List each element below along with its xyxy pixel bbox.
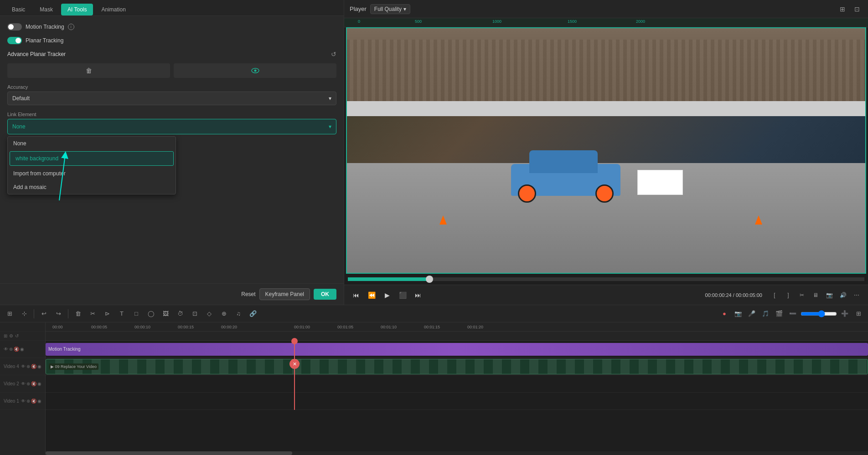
motion-tracking-row: Motion Tracking i (7, 23, 336, 31)
refresh-track-icon[interactable]: ↺ (15, 333, 19, 338)
link-element-dropdown-trigger[interactable]: None ▾ (7, 119, 336, 134)
zoom-slider[interactable] (801, 310, 837, 317)
player-label: Player (350, 5, 367, 12)
link-element-section: None ▾ None white background Import from… (7, 119, 336, 134)
dropdown-item-import[interactable]: Import from computer (8, 167, 176, 180)
tl-diamond-btn[interactable]: ◇ (203, 308, 215, 320)
tl-grid-btn[interactable]: ⊞ (852, 308, 864, 320)
eye-icon-v4-overlay[interactable]: 👁 (4, 347, 8, 352)
quality-select[interactable]: Full Quality ▾ (370, 4, 410, 14)
mute-icon-v4-overlay[interactable]: 🔇 (14, 347, 19, 352)
timeline-handle[interactable] (426, 276, 433, 283)
tab-animation[interactable]: Animation (95, 4, 132, 15)
tl-timer-btn[interactable]: ⏱ (174, 308, 186, 320)
visible-icon-v1[interactable]: ◉ (37, 399, 41, 404)
tl-redo-btn[interactable]: ↪ (52, 308, 64, 320)
screenshot-btn[interactable]: 📷 (823, 289, 835, 301)
tl-delete-btn[interactable]: 🗑 (72, 308, 84, 320)
panel-bottom-buttons: Reset Keyframe Panel OK (0, 283, 344, 305)
car-wheel-left (518, 184, 536, 203)
tracker-delete-btn[interactable]: 🗑 (7, 63, 170, 78)
timeline-toolbar: ⊞ ⊹ ↩ ↪ 🗑 ✂ ⊳ T □ ◯ 🖼 ⏱ ⊡ ◇ ⊕ ♫ 🔗 ● 📷 🎤 … (0, 305, 868, 322)
tab-mask[interactable]: Mask (33, 4, 59, 15)
tl-undo-btn[interactable]: ↩ (38, 308, 50, 320)
player-timeline[interactable] (348, 277, 864, 281)
more-btn[interactable]: ⋯ (851, 289, 863, 301)
add-icon-v4-overlay[interactable]: ⊕ (9, 347, 13, 352)
dropdown-item-white-background[interactable]: white background (10, 151, 174, 166)
link-element-chevron-icon: ▾ (329, 123, 331, 130)
play-btn[interactable]: ▶ (381, 289, 393, 302)
tl-zoom-in-btn[interactable]: ➕ (839, 308, 851, 320)
quality-value: Full Quality (374, 6, 402, 12)
frame-back-btn[interactable]: ⏪ (365, 289, 378, 302)
accuracy-select[interactable]: Default ▾ (7, 92, 336, 105)
tracker-reset-icon[interactable]: ↺ (331, 51, 336, 58)
tl-split-btn[interactable]: ⊳ (101, 308, 113, 320)
tl-shape-btn[interactable]: □ (130, 308, 142, 320)
dropdown-item-mosaic[interactable]: Add a mosaic (8, 180, 176, 194)
mute-icon-v1[interactable]: 🔇 (31, 399, 36, 404)
bracket-left-btn[interactable]: [ (769, 289, 780, 301)
tl-camera-btn[interactable]: 📷 (732, 308, 744, 320)
playhead[interactable]: ✕ (294, 341, 295, 410)
ok-button[interactable]: OK (314, 289, 336, 300)
tracker-view-btn[interactable] (174, 63, 336, 78)
clip-white-background[interactable]: Motion Tracking (46, 343, 868, 356)
motion-tracking-toggle[interactable] (7, 23, 22, 31)
track-icons-v2: 👁 ⊕ 🔇 ◉ (21, 381, 41, 386)
add-icon-v4[interactable]: ⊕ (26, 364, 30, 369)
player-layout-icon[interactable]: ⊞ (837, 4, 848, 15)
tl-record-btn[interactable]: ● (718, 308, 730, 320)
tl-select-btn[interactable]: ⊹ (18, 308, 30, 320)
clip-replace-video[interactable]: ▶ 09 Replace Your Video (46, 359, 868, 374)
mute-icon-v4[interactable]: 🔇 (31, 364, 36, 369)
add-icon-v2[interactable]: ⊕ (26, 381, 30, 386)
mute-icon-v2[interactable]: 🔇 (31, 381, 36, 386)
planar-tracking-toggle[interactable] (7, 37, 22, 44)
crop-btn[interactable]: ✂ (796, 289, 808, 301)
tl-audio2-btn[interactable]: 🎵 (760, 308, 771, 320)
tl-img-btn[interactable]: 🖼 (160, 308, 171, 320)
visible-icon-v2[interactable]: ◉ (37, 381, 41, 386)
track-name-v2: Video 2 (4, 381, 19, 386)
motion-tracking-info-icon[interactable]: i (68, 24, 74, 30)
tl-pan-btn[interactable]: ⊕ (218, 308, 230, 320)
settings-track-icon[interactable]: ⚙ (9, 333, 13, 338)
player-popout-icon[interactable]: ⊡ (852, 4, 863, 15)
eye-icon-v4[interactable]: 👁 (21, 364, 26, 369)
tab-basic[interactable]: Basic (5, 4, 31, 15)
visible-icon-v4[interactable]: ◉ (37, 364, 41, 369)
timeline-scrollbar[interactable] (46, 451, 868, 455)
tl-resize-btn[interactable]: ⊡ (189, 308, 201, 320)
eye-icon-v2[interactable]: 👁 (21, 381, 26, 386)
skip-fwd-btn[interactable]: ⏭ (412, 289, 424, 302)
skip-back-btn[interactable]: ⏮ (350, 289, 362, 302)
add-icon-v1[interactable]: ⊕ (26, 399, 30, 404)
track-name-v4: Video 4 (4, 364, 19, 369)
tl-mode-btn[interactable]: ⊞ (4, 308, 16, 320)
player-header-icons: ⊞ ⊡ (837, 4, 863, 15)
reset-button[interactable]: Reset (241, 291, 255, 297)
visible-icon-v4-overlay[interactable]: ◉ (20, 347, 24, 352)
volume-btn[interactable]: 🔊 (837, 289, 849, 301)
eye-icon-v1[interactable]: 👁 (21, 399, 26, 404)
bracket-right-btn[interactable]: ] (782, 289, 794, 301)
tl-video-btn[interactable]: 🎬 (773, 308, 785, 320)
keyframe-panel-button[interactable]: Keyframe Panel (259, 288, 310, 300)
add-track-icon[interactable]: ⊞ (4, 333, 7, 338)
monitor-btn[interactable]: 🖥 (810, 289, 822, 301)
tl-zoom-out-btn[interactable]: ➖ (787, 308, 799, 320)
tl-mic-btn[interactable]: 🎤 (746, 308, 758, 320)
tl-link-btn[interactable]: 🔗 (247, 308, 259, 320)
tl-cut-btn[interactable]: ✂ (87, 308, 98, 320)
link-element-label: Link Element (7, 112, 336, 117)
tl-audio-btn[interactable]: ♫ (232, 308, 244, 320)
dropdown-item-none[interactable]: None (8, 137, 176, 150)
stop-btn[interactable]: ⬛ (396, 289, 409, 302)
ruler-label-row (0, 322, 45, 332)
scrollbar-thumb[interactable] (46, 451, 292, 455)
tab-ai-tools[interactable]: AI Tools (61, 4, 93, 15)
tl-circle-btn[interactable]: ◯ (145, 308, 157, 320)
tl-text-btn[interactable]: T (116, 308, 128, 320)
